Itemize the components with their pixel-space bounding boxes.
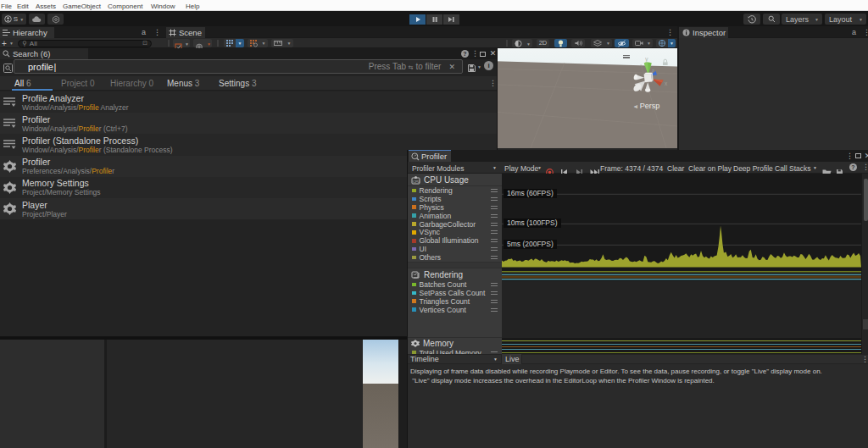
svg-text:y: y <box>645 56 648 63</box>
svg-text:x: x <box>665 80 668 86</box>
svg-text:CPU: CPU <box>413 180 420 184</box>
svg-text:z: z <box>652 68 654 73</box>
